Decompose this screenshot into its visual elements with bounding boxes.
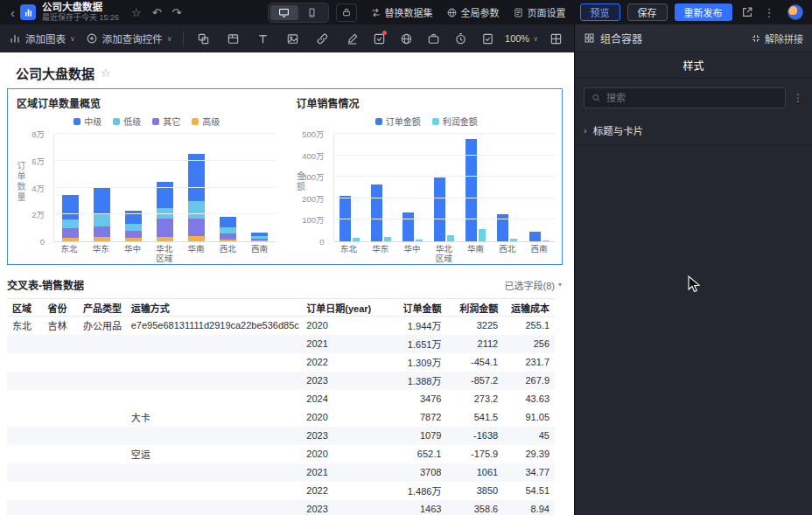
grid-layout-icon[interactable] <box>546 29 565 48</box>
title-text-icon[interactable] <box>253 29 272 48</box>
column-header[interactable]: 产品类型 <box>78 299 126 317</box>
share-icon[interactable] <box>732 6 759 18</box>
bar-group[interactable] <box>243 134 275 241</box>
table-row[interactable]: 20221.309万-454.1231.7 <box>7 353 555 372</box>
bar-segment[interactable] <box>62 238 79 241</box>
bar-segment[interactable] <box>94 237 110 241</box>
stacked-bar[interactable] <box>62 134 79 241</box>
column-header[interactable]: 利润金额 <box>446 299 503 317</box>
sales-data-table[interactable]: 区域省份产品类型运输方式订单日期(year)订单金额利润金额运输成本东北吉林办公… <box>7 298 555 515</box>
bar-group[interactable] <box>54 134 86 241</box>
panel-more-icon[interactable]: ⋮ <box>791 92 805 104</box>
zoom-control[interactable]: 100% ∨ <box>505 33 538 44</box>
replace-dataset-button[interactable]: 替换数据集 <box>370 5 433 19</box>
table-row[interactable]: 20213708106134.77 <box>7 463 555 482</box>
bar[interactable] <box>479 229 486 241</box>
bar-group[interactable] <box>429 134 460 241</box>
column-header[interactable]: 运输成本 <box>503 299 555 317</box>
page-settings-button[interactable]: 页面设置 <box>513 5 566 19</box>
republish-button[interactable]: 重新发布 <box>675 3 732 21</box>
tab-style[interactable]: 样式 <box>575 52 812 79</box>
bar-segment[interactable] <box>125 231 142 238</box>
title-star-icon[interactable]: ☆ <box>101 66 111 80</box>
image-icon[interactable] <box>283 29 302 48</box>
stacked-bar[interactable] <box>125 134 142 241</box>
bar-segment[interactable] <box>220 240 236 241</box>
bar[interactable] <box>402 212 414 241</box>
chart-order-sales[interactable]: 订单销售情况 订单金额利润金额 金额 0100万200万300万400万500万… <box>288 89 563 264</box>
bar-group[interactable] <box>149 134 180 241</box>
bar-group[interactable] <box>523 134 555 241</box>
stacked-bar[interactable] <box>220 134 236 241</box>
add-chart-button[interactable]: 添加图表 ∨ <box>9 31 75 45</box>
user-avatar[interactable] <box>788 4 803 20</box>
bar-group[interactable] <box>492 134 523 241</box>
mobile-view-toggle[interactable] <box>298 5 326 20</box>
bar[interactable] <box>529 232 541 241</box>
section-title-card[interactable]: › 标题与卡片 <box>575 115 812 146</box>
bar-group[interactable] <box>117 134 149 241</box>
tab-container-icon[interactable] <box>224 29 243 48</box>
bar-group[interactable] <box>334 134 366 241</box>
redo-icon[interactable]: ↷ <box>167 6 187 19</box>
table-row[interactable]: 20211.651万2112256 <box>7 335 555 353</box>
back-icon[interactable]: ‹ <box>7 5 18 20</box>
format-painter-icon[interactable] <box>342 29 361 48</box>
bar-segment[interactable] <box>125 224 142 231</box>
column-header[interactable]: 区域 <box>7 299 43 317</box>
bar-group[interactable] <box>86 134 117 241</box>
table-row[interactable]: 20231.388万-857.2267.9 <box>7 372 555 390</box>
bar[interactable] <box>447 235 454 241</box>
bar-segment[interactable] <box>157 237 173 241</box>
table-row[interactable]: 东北吉林办公用品e7e95e68131111d2919ca22be536d85c… <box>7 317 555 335</box>
bar-group[interactable] <box>180 134 212 241</box>
material-library-icon[interactable] <box>369 29 388 48</box>
bar[interactable] <box>371 184 382 241</box>
bar-segment[interactable] <box>125 238 142 241</box>
chart-region-order-count[interactable]: 区域订单数量概览 中级低级其它高级 订单数量 02万4万6万8万 东北华东华中华… <box>8 89 283 264</box>
search-input[interactable] <box>606 93 778 103</box>
dashboard-canvas[interactable]: 公司大盘数据 ☆ 区域订单数量概览 中级低级其它高级 订单数量 02万4万6万8… <box>0 52 574 515</box>
favorite-star-icon[interactable]: ☆ <box>126 6 147 19</box>
column-header[interactable]: 订单金额 <box>382 299 446 317</box>
bar-group[interactable] <box>212 134 243 241</box>
stacked-bar[interactable] <box>188 134 205 241</box>
more-menu-icon[interactable]: ⋮ <box>759 6 780 19</box>
stacked-bar[interactable] <box>157 134 173 241</box>
bar-segment[interactable] <box>188 219 205 236</box>
column-header[interactable]: 运输方式 <box>126 299 302 317</box>
lock-icon[interactable] <box>336 3 357 22</box>
table-row[interactable]: 20243476273.243.63 <box>7 390 555 408</box>
bar-segment[interactable] <box>125 211 142 224</box>
combo-container[interactable]: 区域订单数量概览 中级低级其它高级 订单数量 02万4万6万8万 东北华东华中华… <box>7 88 563 265</box>
bar-segment[interactable] <box>62 228 79 238</box>
selected-fields-dropdown[interactable]: 已选字段(8) ▾ <box>505 278 562 292</box>
stacked-bar[interactable] <box>94 134 110 241</box>
table-row[interactable]: 20231079-163845 <box>7 427 555 445</box>
table-row[interactable]: 空运2020652.1-175.929.39 <box>7 445 555 463</box>
legend-item[interactable]: 中级 <box>74 115 102 128</box>
legend-item[interactable]: 订单金额 <box>375 115 421 128</box>
undo-icon[interactable]: ↶ <box>147 6 167 19</box>
preview-button[interactable]: 预览 <box>580 3 620 21</box>
legend-item[interactable]: 利润金额 <box>432 115 478 128</box>
bar-segment[interactable] <box>188 154 205 201</box>
bar[interactable] <box>542 240 550 241</box>
legend-item[interactable]: 其它 <box>152 115 180 128</box>
bar-group[interactable] <box>397 134 429 241</box>
bar[interactable] <box>434 177 445 241</box>
briefcase-icon[interactable] <box>424 29 443 48</box>
bar-segment[interactable] <box>251 240 268 241</box>
bar-segment[interactable] <box>220 227 236 233</box>
bar-segment[interactable] <box>188 201 205 219</box>
bar-group[interactable] <box>460 134 492 241</box>
bar-segment[interactable] <box>62 219 79 229</box>
bar-segment[interactable] <box>220 217 236 227</box>
bar[interactable] <box>384 237 391 241</box>
bar[interactable] <box>353 238 360 241</box>
bar-segment[interactable] <box>188 236 205 241</box>
column-header[interactable]: 省份 <box>43 299 79 317</box>
desktop-view-toggle[interactable] <box>270 5 298 20</box>
detach-button[interactable]: 解除拼接 <box>751 31 803 45</box>
link-icon[interactable] <box>312 29 332 48</box>
